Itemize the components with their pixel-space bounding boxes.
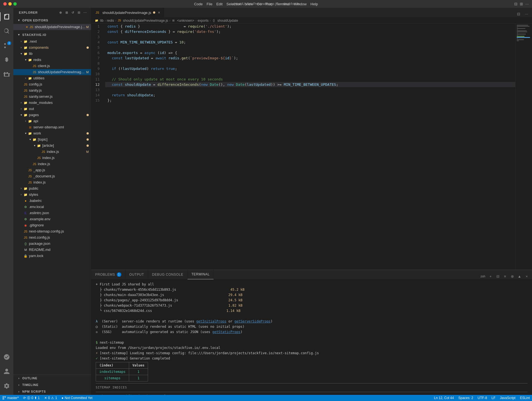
- tab-output[interactable]: OUTPUT: [125, 270, 148, 279]
- tree-item-next-sitemap-config[interactable]: JS next-sitemap.config.js: [13, 228, 91, 234]
- tree-item-server-sitemap[interactable]: ⊞ server-sitemap.xml: [13, 124, 91, 130]
- statusbar-sync[interactable]: ⟳ ⓪ 0 ⬆ 1: [21, 395, 42, 401]
- terminal-list-button[interactable]: ≡: [502, 273, 508, 279]
- tree-item-example-env[interactable]: ⚙ .example.env: [13, 216, 91, 222]
- tree-item-index-article[interactable]: JS index.js M: [13, 149, 91, 155]
- statusbar-linter[interactable]: ESLint: [518, 395, 532, 401]
- tree-item-yarn-lock[interactable]: 🔒 yarn.lock: [13, 253, 91, 259]
- clear-terminal-button[interactable]: ⊗: [509, 273, 515, 279]
- tree-item-public[interactable]: 📁 public: [13, 185, 91, 192]
- tree-item-index-topic[interactable]: JS index.js: [13, 155, 91, 161]
- tree-item-eslintrc[interactable]: E .eslintrc.json: [13, 210, 91, 216]
- collapse-all-icon[interactable]: ⊟: [77, 10, 82, 15]
- statusbar-eol[interactable]: LF: [489, 395, 498, 401]
- activity-debug[interactable]: [0, 53, 13, 67]
- tree-item-utilities[interactable]: 📁 utilities: [13, 75, 91, 81]
- outline-section[interactable]: OUTLINE: [13, 375, 91, 382]
- split-editor-icon[interactable]: ⊞: [520, 2, 523, 6]
- folder-icon: 📁: [23, 113, 28, 117]
- tab-debug-console[interactable]: DEBUG CONSOLE: [148, 270, 188, 279]
- project-header[interactable]: STACKFIVE.IO: [13, 31, 91, 38]
- tree-item-topic[interactable]: 📁 [topic]: [13, 136, 91, 143]
- tab-close-button[interactable]: ×: [157, 10, 161, 15]
- tree-item-next[interactable]: 📁 .next: [13, 38, 91, 45]
- tab-terminal[interactable]: TERMINAL: [188, 270, 214, 279]
- tree-item-next-config[interactable]: JS next.config.js: [13, 234, 91, 241]
- timeline-section[interactable]: TIMELINE: [13, 382, 91, 388]
- tree-item-should-update[interactable]: JS shouldUpdatePreviewImage.js M: [13, 69, 91, 75]
- new-terminal-button[interactable]: +: [487, 273, 494, 279]
- statusbar-branch[interactable]: master*: [0, 395, 21, 401]
- activity-remote[interactable]: [0, 350, 13, 364]
- tree-item-components[interactable]: 📁 components: [13, 45, 91, 51]
- activity-search[interactable]: [0, 25, 13, 38]
- tree-item-out[interactable]: 📁 out: [13, 106, 91, 112]
- tree-item-index-pages[interactable]: JS index.js: [13, 179, 91, 185]
- tree-item-config-js[interactable]: JS config.js: [13, 81, 91, 87]
- tree-item-app-js[interactable]: JS _app.js: [13, 167, 91, 173]
- menu-code[interactable]: Code: [194, 2, 203, 6]
- tree-item-redis[interactable]: 📁 redis: [13, 57, 91, 63]
- open-editor-item[interactable]: ✕ JS shouldUpdatePreviewImage.js ii... M: [13, 24, 91, 30]
- npm-scripts-section[interactable]: NPM SCRIPTS: [13, 388, 91, 395]
- tree-item-readme[interactable]: M README.md: [13, 247, 91, 253]
- breadcrumb-unknown[interactable]: <unknown>: [177, 19, 194, 23]
- activity-account[interactable]: [0, 365, 13, 378]
- breadcrumb-redis[interactable]: redis: [107, 19, 114, 23]
- code-editor[interactable]: 1 2 3 4 5 6 7 8 9 10 11 12 13 14 15: [91, 24, 532, 270]
- menu-edit[interactable]: Edit: [216, 2, 222, 6]
- tree-item-work[interactable]: 📁 work: [13, 130, 91, 136]
- tree-item-sanity-server-js[interactable]: JS sanity.server.js: [13, 94, 91, 100]
- tree-item-node-modules[interactable]: 📁 node_modules: [13, 100, 91, 106]
- maximize-panel-button[interactable]: ▲: [516, 273, 523, 279]
- menu-file[interactable]: File: [206, 2, 212, 6]
- more-actions-icon[interactable]: ···: [525, 2, 529, 6]
- statusbar-position[interactable]: Ln 12, Col 44: [432, 395, 456, 401]
- statusbar-not-committed[interactable]: ● Not Committed Yet: [59, 395, 95, 401]
- close-editor-icon[interactable]: ✕: [26, 24, 28, 30]
- more-icon[interactable]: ···: [83, 10, 88, 15]
- breadcrumb-file[interactable]: shouldUpdatePreviewImage.js: [123, 19, 168, 23]
- tree-item-gitignore[interactable]: ◉ .gitignore: [13, 222, 91, 228]
- new-folder-icon[interactable]: ⊞: [64, 10, 69, 15]
- statusbar-language[interactable]: JavaScript: [498, 395, 518, 401]
- tree-item-api[interactable]: 📁 api: [13, 118, 91, 124]
- breadcrumb-lib[interactable]: lib: [100, 19, 104, 23]
- tree-item-client-js[interactable]: JS client.js: [13, 63, 91, 69]
- new-file-icon[interactable]: ⊕: [58, 10, 63, 15]
- code-content[interactable]: const { redis } = require('./client'); c…: [105, 24, 515, 270]
- layout-icon[interactable]: ⊟: [514, 2, 518, 6]
- tree-item-article[interactable]: 📁 [article]: [13, 143, 91, 149]
- tree-item-index-work[interactable]: JS index.js: [13, 161, 91, 167]
- tree-item-pages[interactable]: 📁 pages: [13, 112, 91, 118]
- statusbar-encoding[interactable]: UTF-8: [476, 395, 489, 401]
- close-panel-button[interactable]: ×: [524, 273, 530, 279]
- statusbar-spaces[interactable]: Spaces: 2: [456, 395, 475, 401]
- activity-extensions[interactable]: [0, 68, 13, 81]
- refresh-icon[interactable]: ↺: [70, 10, 75, 15]
- tree-item-sanity-js[interactable]: JS sanity.js: [13, 87, 91, 94]
- maximize-button[interactable]: [13, 2, 17, 6]
- close-button[interactable]: [3, 2, 7, 6]
- tab-problems[interactable]: PROBLEMS 1: [91, 270, 125, 279]
- tree-item-document-js[interactable]: JS _document.js: [13, 173, 91, 179]
- activity-explorer[interactable]: [0, 10, 13, 23]
- split-editor-button[interactable]: ⊟: [515, 11, 522, 17]
- minimize-button[interactable]: [8, 2, 12, 6]
- tab-should-update[interactable]: JS shouldUpdatePreviewImage.js ×: [91, 8, 164, 17]
- statusbar-errors[interactable]: ✕ 0 ⚠ 1: [42, 395, 59, 401]
- tree-item-styles[interactable]: 📁 styles: [13, 192, 91, 198]
- tree-item-lib[interactable]: 📁 lib: [13, 51, 91, 57]
- panel-content[interactable]: + First Load JS shared by all ├ chunks/f…: [91, 280, 532, 395]
- breadcrumb-should-update[interactable]: shouldUpdate: [218, 19, 238, 23]
- split-terminal-button[interactable]: ⊟: [495, 273, 501, 279]
- activity-source-control[interactable]: 2: [0, 39, 13, 52]
- breadcrumb-exports[interactable]: exports: [198, 19, 208, 23]
- more-tabs-button[interactable]: ···: [523, 11, 530, 17]
- tree-item-env-local[interactable]: ⚙ .env.local: [13, 204, 91, 210]
- tree-item-babelrc[interactable]: ● .babelrc: [13, 198, 91, 204]
- activity-settings[interactable]: [0, 379, 13, 393]
- menu-help[interactable]: Help: [311, 2, 318, 6]
- tree-item-package-json[interactable]: {} package.json: [13, 241, 91, 247]
- open-editors-header[interactable]: Open Editors: [13, 16, 91, 24]
